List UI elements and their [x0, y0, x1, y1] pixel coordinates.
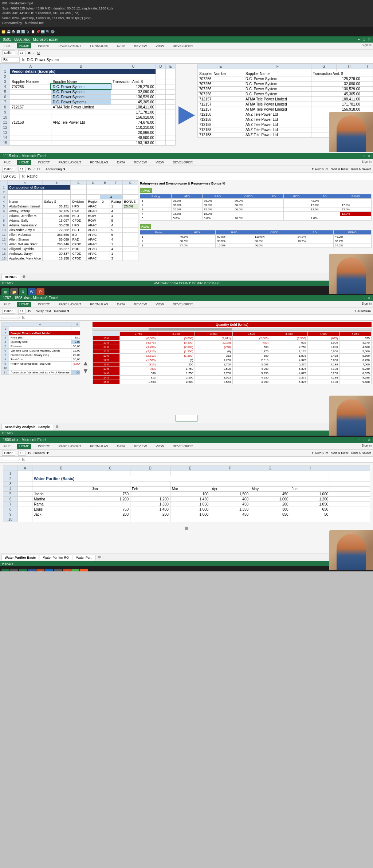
file-icon-4[interactable]: 📁	[10, 569, 18, 572]
underline-2[interactable]: U	[38, 167, 40, 171]
size-3[interactable]: 11	[18, 309, 25, 314]
bold-3[interactable]: B	[28, 309, 31, 313]
max-btn-4[interactable]: □	[363, 438, 365, 442]
ribbon-formulas-2[interactable]: FORMULAS	[88, 160, 110, 165]
ppt-icon-4[interactable]: P	[36, 569, 44, 572]
ribbon-data-2[interactable]: DATA	[115, 160, 127, 165]
autosum-4[interactable]: Σ AutoSum	[312, 451, 328, 455]
sign-in-4[interactable]: Sign in	[361, 444, 372, 449]
ribbon-review-3[interactable]: REVIEW	[132, 302, 149, 307]
min-btn-1[interactable]: −	[358, 37, 360, 41]
chrome-icon-4[interactable]: ●	[71, 569, 79, 572]
bold-2[interactable]: B	[28, 167, 31, 171]
sign-in-2[interactable]: Sign in	[361, 160, 372, 165]
ribbon-pagelayout-1[interactable]: PAGE LAYOUT	[56, 43, 83, 48]
max-btn-2[interactable]: □	[363, 154, 365, 158]
font-4[interactable]: Calibri	[2, 451, 15, 456]
ribbon-review-4[interactable]: REVIEW	[132, 444, 149, 449]
cell-ref-4[interactable]	[1, 459, 20, 460]
min-btn-4[interactable]: −	[358, 438, 360, 442]
ribbon-insert-2[interactable]: INSERT	[36, 160, 52, 165]
ribbon-formulas-4[interactable]: FORMULAS	[88, 444, 110, 449]
ribbon-home-2[interactable]: HOME	[17, 160, 31, 165]
general-format[interactable]: General ▼	[54, 309, 70, 313]
ribbon-developer-3[interactable]: DEVELOPER	[170, 302, 195, 307]
add-sheet-btn-3[interactable]: ⊕	[55, 424, 59, 430]
ribbon-review-1[interactable]: REVIEW	[132, 43, 149, 48]
font-selector-2[interactable]: Calibri	[2, 167, 15, 172]
ribbon-view-3[interactable]: VIEW	[153, 302, 166, 307]
ribbon-data-4[interactable]: DATA	[115, 444, 127, 449]
ribbon-insert-1[interactable]: INSERT	[36, 43, 52, 48]
ribbon-file-2[interactable]: FILE	[1, 160, 13, 165]
italic-1[interactable]: I	[34, 51, 35, 55]
find-btn[interactable]: Find & Select	[351, 167, 371, 171]
sort-4[interactable]: Sort & Filter	[331, 451, 349, 455]
horizontal-scrollbar[interactable]	[93, 328, 372, 331]
sign-in-3[interactable]: Sign in	[361, 302, 372, 307]
find-4[interactable]: Find & Select	[351, 451, 371, 455]
ribbon-developer-4[interactable]: DEVELOPER	[170, 444, 195, 449]
close-btn-3[interactable]: ×	[368, 296, 370, 300]
ribbon-data-3[interactable]: DATA	[115, 302, 127, 307]
excel-icon-4[interactable]: X	[19, 569, 27, 572]
ribbon-pagelayout-2[interactable]: PAGE LAYOUT	[56, 160, 83, 165]
max-btn-1[interactable]: □	[363, 37, 365, 41]
ribbon-developer-2[interactable]: DEVELOPER	[170, 160, 195, 165]
max-btn-3[interactable]: □	[363, 296, 365, 300]
ribbon-data-1[interactable]: DATA	[115, 43, 127, 48]
font-3[interactable]: Calibri	[2, 309, 15, 314]
ribbon-insert-4[interactable]: INSERT	[36, 444, 52, 449]
sheet-tab-wp-ro[interactable]: Water Purifier RO	[40, 555, 72, 560]
sheet-tab-wp-basic[interactable]: Water Purifier Basic	[1, 555, 39, 560]
font-selector-1[interactable]: Calibri	[2, 50, 15, 55]
sheet-tab-wp-other[interactable]: Water Pu...	[73, 555, 96, 560]
settings-icon-4[interactable]: ⚙	[54, 569, 62, 572]
italic-2[interactable]: I	[34, 167, 35, 171]
sheet-tab-sensitivity[interactable]: Sensitivity Analysis - Sample	[1, 424, 53, 430]
close-btn-1[interactable]: ×	[368, 37, 370, 41]
min-btn-2[interactable]: −	[358, 154, 360, 158]
sign-in-1[interactable]: Sign in	[361, 43, 372, 48]
word-icon-4[interactable]: W	[28, 569, 36, 572]
start-icon-4[interactable]: ⊞	[1, 569, 9, 572]
ribbon-developer-1[interactable]: DEVELOPER	[170, 43, 195, 48]
sort-btn[interactable]: Sort & Filter	[331, 167, 349, 171]
ribbon-file-4[interactable]: FILE	[1, 444, 13, 449]
accounting-format[interactable]: Accounting ▼	[46, 167, 66, 171]
ribbon-formulas-1[interactable]: FORMULAS	[88, 43, 110, 48]
ribbon-view-1[interactable]: VIEW	[153, 43, 166, 48]
min-btn-3[interactable]: −	[358, 296, 360, 300]
ie-icon-4[interactable]: e	[45, 569, 53, 572]
cell-ref-2[interactable]: B9 x 9C	[1, 174, 20, 179]
wrap-text[interactable]: Wrap Text	[36, 309, 51, 313]
outlook-icon-4[interactable]: O	[63, 569, 71, 572]
close-btn-2[interactable]: ×	[368, 154, 370, 158]
ribbon-home-4[interactable]: HOME	[17, 444, 31, 449]
size-4[interactable]: 10	[18, 451, 25, 456]
add-sheet-btn-2[interactable]: ⊕	[22, 274, 25, 280]
ribbon-review-2[interactable]: REVIEW	[132, 160, 149, 165]
ribbon-view-2[interactable]: VIEW	[153, 160, 166, 165]
bold-4[interactable]: B	[28, 451, 31, 455]
ribbon-home-1[interactable]: HOME	[17, 43, 31, 48]
underline-1[interactable]: U	[38, 51, 40, 55]
autosum-3[interactable]: Σ AutoSum	[354, 309, 371, 313]
font-size-1[interactable]: 11	[18, 50, 25, 55]
add-sheet-btn-4[interactable]: ⊕	[98, 555, 101, 560]
ribbon-file-3[interactable]: FILE	[1, 302, 13, 307]
cell-ref-3[interactable]	[1, 317, 20, 318]
ribbon-view-4[interactable]: VIEW	[153, 444, 166, 449]
ribbon-insert-3[interactable]: INSERT	[36, 302, 52, 307]
ribbon-pagelayout-4[interactable]: PAGE LAYOUT	[56, 444, 83, 449]
cell-ref-1[interactable]: B4	[1, 57, 20, 63]
autosum-btn[interactable]: Σ AutoSum	[312, 167, 328, 171]
close-btn-4[interactable]: ×	[368, 438, 370, 442]
font-size-2[interactable]: 11	[18, 167, 25, 172]
ribbon-file-1[interactable]: FILE	[1, 43, 13, 48]
ribbon-pagelayout-3[interactable]: PAGE LAYOUT	[56, 302, 83, 307]
general-4[interactable]: General ▼	[34, 451, 49, 455]
ff-icon-4[interactable]: 🦊	[80, 569, 88, 572]
ribbon-formulas-3[interactable]: FORMULAS	[88, 302, 110, 307]
sheet-tab-bonus[interactable]: BONUS	[1, 274, 20, 280]
